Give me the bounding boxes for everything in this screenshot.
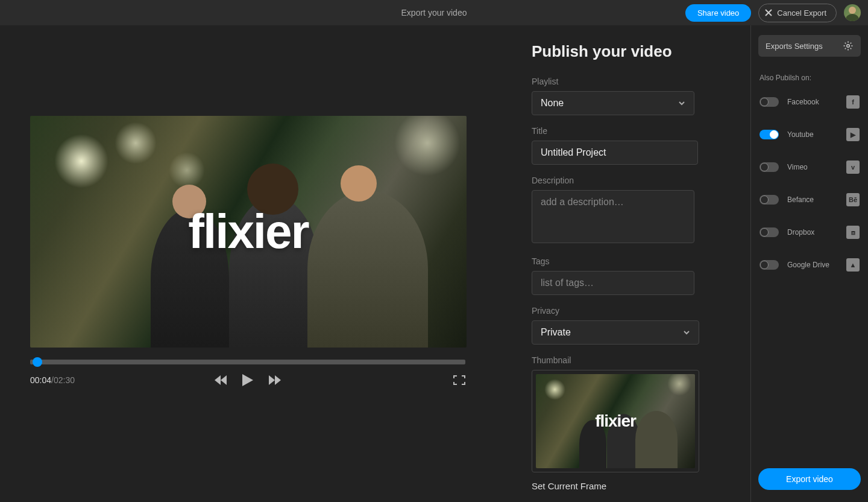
title-field[interactable] bbox=[532, 141, 698, 165]
gear-icon bbox=[843, 40, 854, 51]
publish-target-row: Vimeov bbox=[758, 154, 861, 180]
cancel-export-label: Cancel Export bbox=[777, 8, 826, 17]
publish-target-row: Facebookf bbox=[758, 89, 861, 115]
publish-toggle-facebook[interactable] bbox=[760, 97, 779, 107]
publish-target-name: Youtube bbox=[787, 130, 838, 139]
facebook-icon: f bbox=[846, 95, 860, 109]
google-drive-icon: ▲ bbox=[846, 258, 860, 272]
share-video-button[interactable]: Share video bbox=[685, 4, 751, 22]
chevron-down-icon bbox=[683, 329, 690, 336]
description-label: Description bbox=[532, 176, 723, 185]
publish-toggle-vimeo[interactable] bbox=[760, 162, 779, 172]
vimeo-icon: v bbox=[846, 160, 860, 174]
fullscreen-icon[interactable] bbox=[453, 375, 465, 385]
tags-label: Tags bbox=[532, 256, 723, 266]
privacy-value: Private bbox=[541, 327, 571, 338]
publish-form: Publish your video Playlist None Title D… bbox=[495, 25, 751, 502]
publish-target-row: Youtube▶ bbox=[758, 122, 861, 147]
publish-toggle-google-drive[interactable] bbox=[760, 260, 779, 270]
rewind-icon[interactable] bbox=[215, 375, 227, 385]
set-current-frame-button[interactable]: Set Current Frame bbox=[532, 481, 606, 491]
publish-toggle-youtube[interactable] bbox=[760, 130, 779, 139]
also-publish-label: Also Pubilsh on: bbox=[760, 74, 860, 82]
current-time: 00:04 bbox=[30, 375, 51, 385]
total-time: 02:30 bbox=[54, 375, 75, 385]
publish-target-row: Dropbox⧈ bbox=[758, 220, 861, 245]
dropbox-icon: ⧈ bbox=[846, 226, 860, 239]
exports-settings-label: Exports Settings bbox=[766, 42, 823, 51]
publish-target-row: BefanceBē bbox=[758, 187, 861, 212]
privacy-label: Privacy bbox=[532, 306, 723, 316]
play-icon[interactable] bbox=[242, 374, 253, 386]
thumbnail-watermark: flixier bbox=[595, 411, 636, 431]
exports-settings-button[interactable]: Exports Settings bbox=[758, 35, 861, 57]
cancel-export-button[interactable]: Cancel Export bbox=[758, 4, 837, 22]
svg-point-0 bbox=[847, 45, 850, 48]
timeline-slider[interactable] bbox=[30, 360, 465, 364]
page-title: Export your video bbox=[401, 8, 467, 17]
video-preview[interactable]: flixier bbox=[30, 116, 467, 348]
playlist-select[interactable]: None bbox=[532, 91, 694, 115]
export-video-button[interactable]: Export video bbox=[758, 468, 861, 490]
close-icon bbox=[765, 9, 772, 16]
description-field[interactable] bbox=[532, 190, 694, 243]
playlist-label: Playlist bbox=[532, 77, 723, 86]
preview-column: flixier 00:04 / 02:30 bbox=[0, 25, 495, 502]
tags-field[interactable] bbox=[532, 271, 694, 295]
side-column: Exports Settings Also Pubilsh on: Facebo… bbox=[751, 25, 868, 502]
fast-forward-icon[interactable] bbox=[269, 375, 281, 385]
publish-target-name: Dropbox bbox=[787, 228, 838, 237]
topbar: Export your video Share video Cancel Exp… bbox=[0, 0, 868, 25]
video-watermark: flixier bbox=[188, 204, 308, 259]
publish-target-name: Vimeo bbox=[787, 163, 838, 171]
publish-target-name: Befance bbox=[787, 195, 838, 204]
publish-toggle-dropbox[interactable] bbox=[760, 227, 779, 237]
publish-target-name: Facebook bbox=[787, 98, 838, 106]
publish-target-row: Google Drive▲ bbox=[758, 252, 861, 278]
title-label: Title bbox=[532, 126, 723, 136]
thumbnail-preview[interactable]: flixier bbox=[532, 370, 699, 472]
chevron-down-icon bbox=[678, 100, 685, 107]
avatar[interactable] bbox=[844, 4, 861, 21]
thumbnail-label: Thumbnail bbox=[532, 355, 723, 365]
youtube-icon: ▶ bbox=[846, 128, 860, 141]
publish-heading: Publish your video bbox=[532, 42, 723, 61]
publish-toggle-befance[interactable] bbox=[760, 195, 779, 205]
privacy-select[interactable]: Private bbox=[532, 320, 699, 345]
publish-target-name: Google Drive bbox=[787, 261, 838, 269]
befance-icon: Bē bbox=[846, 193, 860, 206]
timeline-thumb[interactable] bbox=[33, 357, 42, 367]
playlist-value: None bbox=[541, 98, 564, 109]
